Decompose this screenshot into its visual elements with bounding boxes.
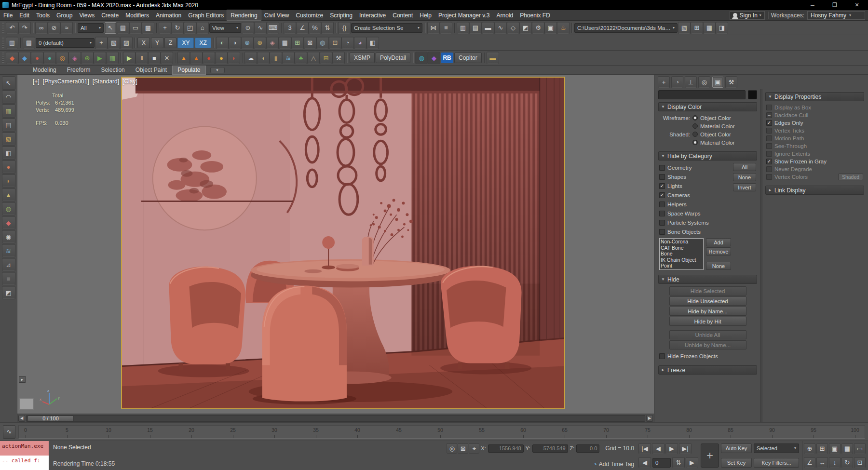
checkbox[interactable]	[659, 165, 665, 171]
named-selection-sets-dropdown[interactable]: Create Selection Se▾	[351, 23, 422, 33]
left-material-tool-icon[interactable]: ◩	[2, 286, 15, 299]
spinner-snap-toggle-icon[interactable]: ⇅	[322, 22, 333, 34]
key-filters-button[interactable]: Key Filters...	[754, 458, 799, 468]
layer-dropdown[interactable]: 0 (default)▾	[36, 38, 95, 48]
left-sphere-tool-icon[interactable]: ●	[2, 161, 15, 173]
previous-frame-arrow[interactable]: ◀	[18, 415, 25, 422]
ribbon-tab-modeling[interactable]: Modeling	[28, 66, 61, 74]
align-icon[interactable]: ≡	[440, 22, 452, 34]
select-layer-objects-icon[interactable]: ▨	[121, 37, 132, 49]
left-disc-tool-icon[interactable]: ◍	[2, 202, 15, 215]
delete-animation-icon[interactable]: ✕	[161, 52, 173, 64]
select-object-icon[interactable]: ↖	[105, 22, 116, 34]
zoom-extents-all-icon[interactable]: ▦	[842, 443, 853, 454]
plugin-sphere-red-icon[interactable]: ●	[31, 52, 43, 64]
workspaces-dropdown[interactable]: Hosny Fahmy ▾	[807, 11, 865, 20]
left-target-tool-icon[interactable]: ◉	[2, 230, 15, 243]
menu-animation[interactable]: Animation	[152, 10, 185, 20]
radio-button[interactable]	[692, 140, 698, 145]
checkbox[interactable]	[659, 353, 665, 359]
restrict-x-button[interactable]: X	[137, 38, 150, 48]
plugin-wave-icon[interactable]: ≋	[283, 52, 294, 64]
checkbox[interactable]	[766, 166, 772, 172]
unlink-selection-icon[interactable]: ⊘	[48, 22, 60, 34]
plugin-box-icon[interactable]: ⊞	[320, 52, 332, 64]
camera-viewport[interactable]: [+] [PhysCamera001] [Standard] [Clay] To…	[17, 75, 654, 414]
use-pivot-point-center-icon[interactable]: ⊙	[242, 22, 254, 34]
list-item-cat-bone[interactable]: CAT Bone	[660, 245, 703, 251]
redo-icon[interactable]: ↷	[19, 22, 30, 34]
unhide-by-name-button[interactable]: Unhide by Name...	[669, 340, 746, 349]
hide-rollout-header[interactable]: ▼ Hide	[658, 275, 757, 284]
left-half-tool-icon[interactable]: ◧	[2, 147, 15, 159]
mirror-icon[interactable]: ⋈	[428, 22, 439, 34]
frame-ruler[interactable]: 0510152025303540455055606570758085909510…	[18, 425, 865, 439]
restrict-xy-plane-button[interactable]: XY	[177, 38, 194, 48]
ribbon-tab-populate[interactable]: Populate	[173, 66, 205, 74]
left-wave-tool-icon[interactable]: ≋	[2, 244, 15, 257]
isolate-selection-toggle-icon[interactable]: ◎	[447, 443, 457, 453]
xsmp-button[interactable]: XSMP	[350, 53, 375, 63]
category-exclusion-list[interactable]: Non-CoronaCAT BoneBoneIK Chain ObjectPoi…	[659, 238, 704, 270]
extra-tool-icon-4[interactable]: ⊛	[254, 37, 266, 49]
toolbar-drag-handle[interactable]	[2, 23, 4, 33]
phoenix-fire-preset-icon[interactable]: ▲	[190, 52, 202, 64]
hbc-list-remove-button[interactable]: Remove	[706, 247, 731, 255]
link-display-rollout-header[interactable]: ► Link Display	[765, 186, 864, 195]
checkbox[interactable]	[659, 211, 665, 216]
extra-tool-icon-12[interactable]: ◕	[354, 37, 366, 49]
phoenix-drop-red-icon[interactable]: ◗	[228, 52, 240, 64]
extra-tool-icon-10[interactable]: ⊡	[329, 37, 341, 49]
plugin-shell-icon[interactable]: ◖	[258, 52, 269, 64]
left-box-tool-icon[interactable]: ▦	[2, 105, 15, 117]
hbc-list-add-button[interactable]: Add	[706, 238, 731, 246]
add-time-tag[interactable]: Add Time Tag	[599, 461, 634, 468]
asset-tracking-icon[interactable]: ▦	[704, 22, 715, 34]
left-slice-tool-icon[interactable]: ◗	[2, 175, 15, 187]
previous-frame-button[interactable]: ◀	[652, 443, 664, 454]
plugin-forward-green-icon[interactable]: ▶	[94, 52, 106, 64]
open-recent-icon[interactable]: ⊞	[691, 22, 703, 34]
viewport-layout-icon[interactable]: ◨	[716, 22, 728, 34]
display-properties-rollout-header[interactable]: ▼ Display Properties	[765, 92, 864, 101]
left-list-tool-icon[interactable]: ≡	[2, 272, 15, 285]
schematic-view-icon[interactable]: ◇	[507, 22, 519, 34]
curve-editor-icon[interactable]: ∿	[495, 22, 506, 34]
checkbox[interactable]: ✓	[766, 120, 772, 126]
select-and-rotate-icon[interactable]: ↻	[172, 22, 183, 34]
extra-tool-icon-1[interactable]: ◐	[217, 37, 228, 49]
checkbox[interactable]	[766, 174, 772, 180]
checkbox[interactable]	[659, 229, 665, 235]
hbc-invert-button[interactable]: Invert	[733, 183, 756, 191]
scene-explorer-icon[interactable]: ▥	[6, 37, 18, 49]
set-keys-button[interactable]: +	[701, 443, 719, 468]
menu-civil-view[interactable]: Civil View	[261, 10, 293, 20]
plugin-teapot-blue-icon[interactable]: ◆	[19, 52, 30, 64]
viewport-shading-menu[interactable]: [Clay]	[122, 78, 137, 85]
create-new-layer-icon[interactable]: +	[95, 37, 107, 49]
zoom-icon[interactable]: ⊕	[804, 443, 815, 454]
listener-line[interactable]: -- called f:	[0, 456, 49, 470]
plugin-cloud-icon[interactable]: ☁	[245, 52, 257, 64]
field-of-view-icon[interactable]: ∠	[804, 457, 815, 468]
frame-spinner[interactable]: ⇅	[673, 457, 684, 468]
viewport-standard-menu[interactable]: [Standard]	[93, 78, 119, 85]
dining-room-scene[interactable]	[122, 78, 564, 408]
left-curve-tool-icon[interactable]: ◠	[2, 91, 15, 103]
select-and-manipulate-icon[interactable]: ∿	[255, 22, 266, 34]
checkbox[interactable]	[766, 105, 772, 110]
restrict-xz-plane-button[interactable]: XZ	[195, 38, 211, 48]
menu-views[interactable]: Views	[76, 10, 98, 20]
y-coordinate-field[interactable]: -5748.549	[532, 444, 568, 453]
toolbar-drag-handle[interactable]	[2, 53, 4, 63]
modify-tab-icon[interactable]: ◔	[672, 77, 683, 88]
hide-selected-button[interactable]: Hide Selected	[669, 286, 746, 295]
toggle-layer-explorer-icon[interactable]: ▤	[470, 22, 481, 34]
display-color-rollout-header[interactable]: ▼ Display Color	[658, 102, 757, 111]
play-animation-button[interactable]: ▶	[666, 443, 678, 454]
checkbox[interactable]	[766, 151, 772, 157]
close-button[interactable]: ✕	[846, 0, 868, 10]
selection-filter-dropdown[interactable]: All▾	[78, 23, 104, 33]
menu-file[interactable]: File	[0, 10, 16, 20]
menu-arnold[interactable]: Arnold	[493, 10, 516, 20]
